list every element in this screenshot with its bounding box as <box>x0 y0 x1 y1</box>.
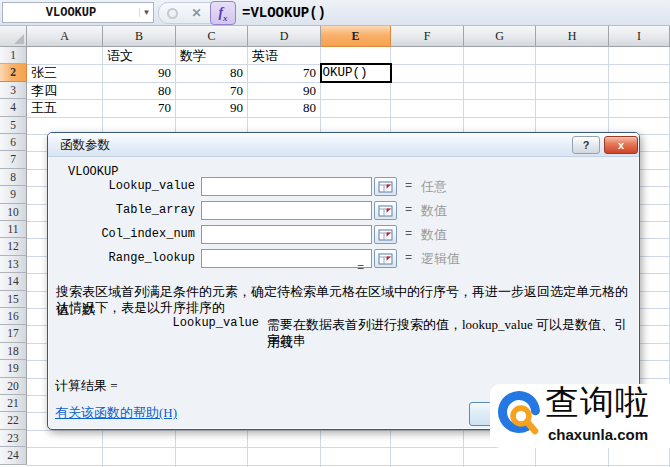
cell-c2[interactable]: 80 <box>176 64 247 81</box>
cell-b3[interactable]: 80 <box>103 82 175 99</box>
cell-d2[interactable]: 70 <box>248 64 320 81</box>
column-header-f[interactable]: F <box>391 26 464 47</box>
row-header-19[interactable]: 19 <box>0 360 27 377</box>
circle-button-icon <box>167 8 178 19</box>
row-header-8[interactable]: 8 <box>0 169 27 186</box>
row-header-10[interactable]: 10 <box>0 204 27 221</box>
field-input-range_lookup[interactable] <box>201 249 372 268</box>
cell-b2[interactable]: 90 <box>103 64 175 81</box>
cell-a4[interactable]: 王五 <box>27 99 102 116</box>
row-header-5[interactable]: 5 <box>0 117 27 134</box>
row-header-23[interactable]: 23 <box>0 430 27 447</box>
field-equals: = <box>405 249 412 268</box>
active-cell-e2[interactable]: OOKUP() <box>320 63 392 82</box>
dialog-close-icon[interactable]: x <box>604 136 638 154</box>
formula-bar: VLOOKUP ▼ ✕ ✓ fx =VLOOKUP() <box>0 0 670 26</box>
watermark-domain: chaxunla.com <box>548 426 648 443</box>
cell-b1[interactable]: 语文 <box>103 47 175 64</box>
field-type-hint: 逻辑值 <box>421 249 460 268</box>
field-label: Col_index_num <box>61 225 195 244</box>
range-picker-icon[interactable] <box>374 201 397 220</box>
field-label: Range_lookup <box>61 249 195 268</box>
field-input-table_array[interactable] <box>201 201 372 220</box>
cell-c3[interactable]: 70 <box>176 82 247 99</box>
row-header-7[interactable]: 7 <box>0 151 27 168</box>
row-header-21[interactable]: 21 <box>0 395 27 412</box>
row-header-14[interactable]: 14 <box>0 273 27 290</box>
column-header-b[interactable]: B <box>103 26 176 47</box>
corner-triangle-icon <box>14 34 24 44</box>
field-input-col_index_num[interactable] <box>201 225 372 244</box>
field-equals: = <box>405 201 412 220</box>
formula-input[interactable]: =VLOOKUP() <box>242 0 326 26</box>
magnifier-logo-icon <box>496 390 544 442</box>
row-header-20[interactable]: 20 <box>0 378 27 395</box>
field-label: Lookup_value <box>61 177 195 196</box>
row-header-2[interactable]: 2 <box>0 64 27 81</box>
excel-window: VLOOKUP ▼ ✕ ✓ fx =VLOOKUP() ABCDEFGHI 12… <box>0 0 670 467</box>
row-header-18[interactable]: 18 <box>0 343 27 360</box>
name-box[interactable]: VLOOKUP ▼ <box>2 2 154 23</box>
cell-a3[interactable]: 李四 <box>27 82 102 99</box>
column-header-e[interactable]: E <box>321 26 391 47</box>
range-picker-icon[interactable] <box>374 225 397 244</box>
watermark-brand: 查询啦 <box>545 380 650 426</box>
field-type-hint: 数值 <box>421 225 447 244</box>
dialog-result-equals: = <box>357 261 364 275</box>
cell-c1[interactable]: 数学 <box>176 47 247 64</box>
function-help-link[interactable]: 有关该函数的帮助(H) <box>55 404 177 422</box>
row-header-22[interactable]: 22 <box>0 412 27 429</box>
row-header-17[interactable]: 17 <box>0 325 27 342</box>
range-picker-icon[interactable] <box>374 249 397 268</box>
cancel-icon[interactable]: ✕ <box>191 6 201 20</box>
name-box-value: VLOOKUP <box>3 6 139 20</box>
row-header-9[interactable]: 9 <box>0 186 27 203</box>
column-header-d[interactable]: D <box>248 26 321 47</box>
column-header-h[interactable]: H <box>536 26 609 47</box>
column-header-c[interactable]: C <box>176 26 248 47</box>
cell-c4[interactable]: 90 <box>176 99 247 116</box>
column-header-i[interactable]: I <box>609 26 670 47</box>
cell-b4[interactable]: 70 <box>103 99 175 116</box>
dialog-help-button[interactable]: ? <box>572 136 600 154</box>
gridline-h <box>27 465 670 466</box>
active-cell-text: OOKUP() <box>320 65 390 81</box>
row-header-3[interactable]: 3 <box>0 82 27 99</box>
column-header-g[interactable]: G <box>464 26 536 47</box>
range-picker-icon[interactable] <box>374 177 397 196</box>
watermark: 查询啦 chaxunla.com <box>490 384 670 448</box>
param-description-line2: 字符串 <box>267 332 635 350</box>
field-row-range_lookup: Range_lookup=逻辑值 <box>48 249 639 268</box>
row-header-16[interactable]: 16 <box>0 308 27 325</box>
column-header-a[interactable]: A <box>27 26 103 47</box>
row-header-1[interactable]: 1 <box>0 47 27 64</box>
cell-a2[interactable]: 张三 <box>27 64 102 81</box>
field-input-lookup_value[interactable] <box>201 177 372 196</box>
function-description-line2: 认情况下，表是以升序排序的 <box>56 299 634 317</box>
select-all-corner[interactable] <box>0 26 27 47</box>
gridline-h <box>27 117 670 118</box>
row-header-12[interactable]: 12 <box>0 238 27 255</box>
cell-d1[interactable]: 英语 <box>248 47 320 64</box>
field-row-lookup_value: Lookup_value=任意 <box>48 177 639 196</box>
field-label: Table_array <box>61 201 195 220</box>
fx-x-glyph: x <box>223 13 228 23</box>
field-row-col_index_num: Col_index_num=数值 <box>48 225 639 244</box>
field-type-hint: 数值 <box>421 201 447 220</box>
row-header-15[interactable]: 15 <box>0 291 27 308</box>
row-header-11[interactable]: 11 <box>0 221 27 238</box>
row-header-24[interactable]: 24 <box>0 447 27 464</box>
dialog-titlebar[interactable]: 函数参数 ? x <box>48 133 639 157</box>
row-header-13[interactable]: 13 <box>0 256 27 273</box>
cell-d4[interactable]: 80 <box>248 99 320 116</box>
row-header-6[interactable]: 6 <box>0 134 27 151</box>
cell-d3[interactable]: 90 <box>248 82 320 99</box>
param-name-label: Lookup_value <box>108 316 259 330</box>
insert-function-icon[interactable]: fx <box>210 1 236 25</box>
dialog-title: 函数参数 <box>60 133 110 157</box>
field-equals: = <box>405 225 412 244</box>
field-equals: = <box>405 177 412 196</box>
row-header-4[interactable]: 4 <box>0 99 27 116</box>
name-box-dropdown-icon[interactable]: ▼ <box>139 8 153 17</box>
field-type-hint: 任意 <box>421 177 447 196</box>
